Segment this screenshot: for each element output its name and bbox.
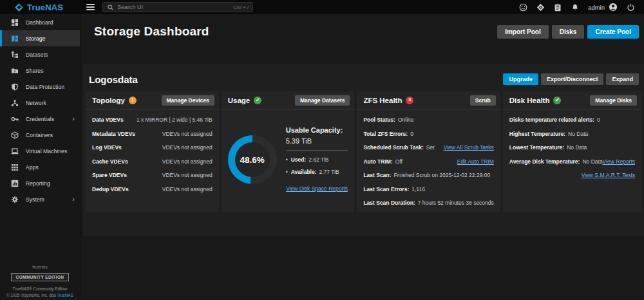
sidebar-item-reporting[interactable]: Reporting (0, 175, 80, 191)
view-smart-tests-link[interactable]: View S.M.A.R.T. Tests (582, 172, 635, 178)
cube-icon (10, 131, 19, 139)
zfs-row: Last Scan:Finished Scrub on 2025-12-02 2… (363, 172, 493, 178)
scrub-button[interactable]: Scrub (470, 95, 496, 106)
manage-disks-button[interactable]: Manage Disks (590, 95, 637, 106)
power-icon[interactable] (626, 3, 635, 12)
topology-card: Topology ! Manage Devices Data VDEVs1 x … (86, 91, 219, 212)
topology-card-title: Topology ! (92, 97, 137, 104)
upgrade-button[interactable]: Upgrade (503, 73, 538, 85)
sidebar-item-label: Reporting (26, 180, 50, 187)
sidebar: Dashboard Storage Datasets Shares Data P… (0, 14, 80, 300)
warning-icon: ! (129, 97, 137, 104)
disk-row: Disks temperature related alerts:0 (509, 117, 635, 123)
zfs-health-card-title: ZFS Health × (363, 97, 413, 104)
create-pool-button[interactable]: Create Pool (587, 25, 639, 39)
sidebar-item-label: System (26, 196, 44, 203)
sidebar-item-datasets[interactable]: Datasets (0, 46, 80, 62)
truenas-logo-text: TrueNAS (27, 3, 63, 12)
username-label: admin (588, 4, 605, 11)
dashboard-icon (10, 18, 19, 26)
sidebar-item-system[interactable]: System › (0, 191, 80, 207)
user-avatar-icon (609, 3, 618, 12)
sidebar-item-virtual-machines[interactable]: Virtual Machines (0, 143, 80, 159)
error-icon: × (406, 97, 413, 104)
check-icon: ✓ (553, 97, 561, 104)
view-all-scrub-tasks-link[interactable]: View All Scrub Tasks (444, 144, 494, 151)
alerts-bell-icon[interactable] (571, 3, 580, 12)
search-input[interactable] (117, 4, 230, 10)
community-edition-badge[interactable]: COMMUNITY EDITION (11, 273, 70, 281)
pool-header: Logosdata Upgrade Export/Disconnect Expa… (86, 70, 641, 91)
sidebar-item-shares[interactable]: Shares (0, 62, 80, 79)
gear-icon (10, 195, 19, 203)
sidebar-item-data-protection[interactable]: Data Protection (0, 79, 80, 95)
available-row: •Available:2.77 TiB (286, 169, 348, 175)
edition-label: TrueNAS® Community Edition (0, 286, 80, 291)
zfs-row: Scheduled Scrub Task:SetView All Scrub T… (363, 144, 493, 151)
network-icon (10, 98, 19, 107)
search-bar[interactable]: Ctrl + / (102, 2, 253, 12)
usage-card-title: Usage ✓ (228, 97, 262, 104)
sidebar-item-label: Apps (26, 164, 39, 171)
sidebar-item-label: Virtual Machines (26, 148, 67, 155)
view-reports-link[interactable]: View Reports (603, 158, 635, 165)
chevron-right-icon: › (72, 115, 75, 122)
disk-health-card: Disk Health ✓ Manage Disks Disks tempera… (503, 91, 641, 212)
expand-button[interactable]: Expand (606, 73, 639, 85)
zfs-row: Auto TRIM:OffEdit Auto TRIM (363, 158, 493, 165)
page-header: Storage Dashboard Import Pool Disks Crea… (80, 14, 644, 39)
sidebar-item-label: Datasets (26, 52, 48, 58)
zfs-row: Last Scan Duration:7 hours 52 minutes 36… (363, 200, 493, 206)
user-menu[interactable]: admin (588, 3, 618, 12)
sidebar-item-apps[interactable]: Apps (0, 159, 80, 175)
hostname-label: truenas (0, 265, 80, 269)
topology-row: Data VDEVs1 x MIRROR | 2 wide | 5.46 TiB (92, 117, 213, 123)
disks-button[interactable]: Disks (552, 25, 585, 39)
view-disk-space-reports-link[interactable]: View Disk Space Reports (286, 185, 348, 192)
sidebar-item-credentials[interactable]: Credentials › (0, 111, 80, 127)
sidebar-item-label: Containers (26, 132, 53, 138)
disk-row: Average Disk Temperature:No DataView Rep… (509, 158, 635, 165)
manage-datasets-button[interactable]: Manage Datasets (295, 95, 350, 106)
key-icon (10, 115, 19, 123)
zfs-row: Last Scan Errors:1,116 (363, 186, 493, 192)
search-shortcut-hint: Ctrl + / (233, 5, 249, 10)
check-icon: ✓ (254, 97, 261, 104)
storage-icon (10, 34, 19, 42)
manage-devices-button[interactable]: Manage Devices (162, 95, 214, 106)
topology-row: Spare VDEVsVDEVs not assigned (92, 172, 213, 178)
truenas-logo-icon (14, 3, 24, 12)
export-disconnect-button[interactable]: Export/Disconnect (541, 73, 604, 85)
search-icon (107, 4, 114, 11)
copyright-truenas-link[interactable]: TrueNAS (57, 293, 73, 297)
edit-auto-trim-link[interactable]: Edit Auto TRIM (457, 158, 494, 165)
jobs-icon[interactable] (553, 3, 562, 12)
topology-row: Cache VDEVsVDEVs not assigned (92, 158, 213, 165)
copyright-text: © 2025 iXsystems, Inc. dba (6, 293, 57, 297)
disk-row: View S.M.A.R.T. Tests (509, 172, 635, 178)
sidebar-item-dashboard[interactable]: Dashboard (0, 14, 80, 30)
sidebar-item-label: Data Protection (26, 84, 64, 90)
sidebar-item-containers[interactable]: Containers (0, 127, 80, 143)
topology-row: Dedup VDEVsVDEVs not assigned (92, 186, 213, 192)
laptop-icon (10, 147, 19, 155)
topology-row: Log VDEVsVDEVs not assigned (92, 144, 213, 151)
usage-donut-gauge: 48.6% (228, 135, 277, 184)
truenas-logo[interactable]: TrueNAS (0, 3, 80, 12)
shares-folder-icon (10, 66, 19, 75)
zfs-row: Pool Status:Online (363, 117, 493, 123)
import-pool-button[interactable]: Import Pool (497, 25, 549, 39)
main-content: Storage Dashboard Import Pool Disks Crea… (80, 14, 644, 300)
sidebar-item-label: Credentials (26, 116, 54, 122)
sidebar-item-label: Shares (26, 68, 44, 74)
topbar: TrueNAS Ctrl + / (0, 0, 644, 14)
zfs-row: Total ZFS Errors:0 (363, 131, 493, 137)
menu-toggle-button[interactable] (80, 1, 100, 13)
sidebar-item-network[interactable]: Network (0, 95, 80, 111)
feedback-icon[interactable] (518, 3, 527, 12)
pool-name: Logosdata (89, 74, 138, 85)
sidebar-item-label: Storage (26, 35, 45, 42)
sidebar-item-storage[interactable]: Storage (0, 30, 80, 46)
usable-capacity: Usable Capacity: 5.39 TiB (286, 125, 348, 146)
truecommand-icon[interactable] (536, 3, 545, 12)
